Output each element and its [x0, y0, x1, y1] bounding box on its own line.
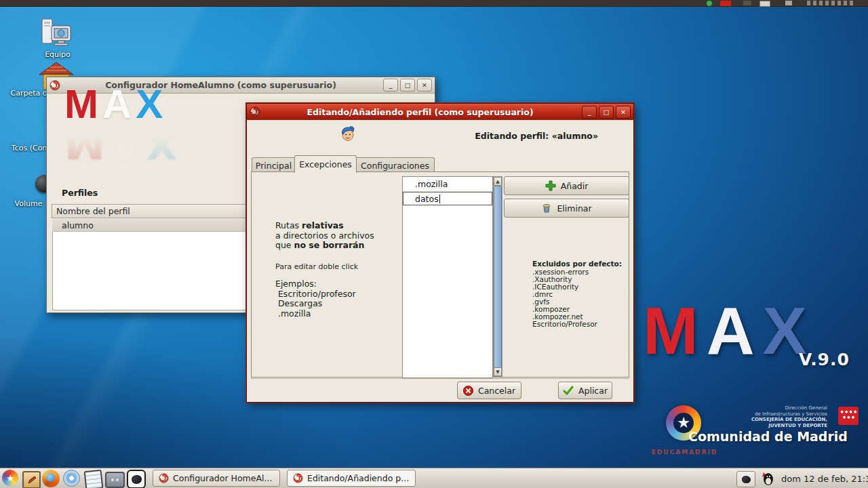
- recording-icon[interactable]: [720, 1, 731, 6]
- plus-icon: [545, 180, 556, 191]
- max-app-icon: [250, 106, 260, 117]
- close-button[interactable]: ✕: [616, 106, 631, 119]
- dialog-titlebar[interactable]: Editando/Añadiendo perfil (como superusu…: [247, 104, 633, 120]
- educamadrid-label: EDUCAMADRID: [646, 449, 724, 455]
- show-desktop-button[interactable]: [736, 471, 755, 487]
- chromium-launcher-icon[interactable]: [63, 470, 81, 487]
- top-panel: [0, 0, 868, 7]
- taskbar: ★ Conf: [0, 468, 868, 488]
- list-scrollbar[interactable]: ▲ ▼: [493, 176, 502, 377]
- maximize-button[interactable]: □: [400, 79, 415, 92]
- tab-configuraciones[interactable]: Configuraciones: [355, 157, 435, 173]
- dialog-header-label: Editando perfil: «alumno»: [475, 131, 598, 141]
- minimize-button[interactable]: _: [383, 79, 398, 92]
- educamadrid-launcher-icon[interactable]: ★: [2, 470, 20, 487]
- apply-button[interactable]: Aplicar: [558, 382, 612, 399]
- comunidad-madrid-label: Comunidad de Madrid: [678, 429, 858, 444]
- task-button-configurador[interactable]: Configurador HomeAl...: [153, 470, 280, 487]
- dialog-title: Editando/Añadiendo perfil (como superusu…: [260, 107, 580, 117]
- tab-principal[interactable]: Principal: [252, 157, 296, 173]
- wallpaper-version-label: V.9.0: [799, 350, 850, 369]
- maximize-button[interactable]: □: [599, 106, 614, 119]
- max-app-icon: [293, 473, 303, 483]
- computer-icon[interactable]: [39, 18, 73, 53]
- exception-edit-cell[interactable]: datos: [403, 192, 492, 205]
- max-app-icon: [159, 473, 169, 483]
- taskbar-clock[interactable]: dom 12 de feb, 21:32: [781, 468, 868, 488]
- delete-button[interactable]: Eliminar: [504, 199, 629, 218]
- paint-launcher-icon[interactable]: [22, 470, 40, 487]
- close-button[interactable]: ✕: [417, 79, 432, 92]
- update-status-icon[interactable]: [707, 1, 712, 6]
- list-item-mozilla[interactable]: .mozilla: [403, 177, 492, 192]
- cancel-button[interactable]: Cancelar: [457, 382, 521, 399]
- edit-hint-text: Para editar doble click: [275, 262, 358, 271]
- media-launcher-icon[interactable]: [105, 470, 123, 487]
- add-button[interactable]: Añadir: [504, 176, 629, 195]
- editar-perfil-dialog: Editando/Añadiendo perfil (como superusu…: [246, 103, 634, 403]
- minimize-button[interactable]: _: [582, 106, 597, 119]
- firefox-launcher-icon[interactable]: [42, 470, 60, 487]
- excepciones-panel: Rutas relativas a directorios o archivos…: [251, 171, 629, 378]
- max-app-icon: [50, 80, 60, 91]
- excluded-defaults-list: Excluidos por defecto: .xsession-errors …: [532, 260, 622, 328]
- clock-indicator: [807, 1, 854, 5]
- profile-face-icon: [340, 125, 355, 144]
- examples-text: Ejemplos: Escritorio/profesor Descargas …: [275, 279, 356, 319]
- indicator-icon[interactable]: [743, 1, 751, 5]
- configurador-max-logo-reflection: M A X: [64, 122, 177, 165]
- scrollbar-thumb[interactable]: [494, 186, 502, 368]
- volume-indicator-icon[interactable]: [785, 1, 792, 5]
- text-caret: [439, 195, 440, 203]
- notes-launcher-icon[interactable]: [84, 470, 102, 487]
- wallpaper-max-logo: M A X: [643, 293, 806, 369]
- rutas-info-text: Rutas relativas a directorios o archivos…: [275, 221, 374, 251]
- configurador-max-logo: M A X: [64, 83, 162, 126]
- desktop-icon: [742, 476, 751, 483]
- desktop-icon-label-equipo[interactable]: Equipo: [33, 50, 82, 59]
- dark-app-launcher-icon[interactable]: [127, 470, 144, 487]
- desktop-root: Equipo Carpeta de Tcos (Contr Volume M A…: [0, 0, 868, 488]
- exceptions-list[interactable]: .mozilla datos: [402, 176, 493, 378]
- trash-icon: [541, 203, 552, 214]
- check-icon: [563, 386, 574, 395]
- mail-indicator-icon[interactable]: [760, 1, 770, 7]
- perfiles-section-label: Perfiles: [62, 188, 98, 198]
- comunidad-madrid-flag-icon: [838, 407, 859, 428]
- scroll-down-icon[interactable]: ▼: [494, 367, 502, 376]
- cam-department-lines: Dirección General de Infraestructuras y …: [682, 405, 827, 428]
- tab-excepciones[interactable]: Excepciones: [294, 155, 357, 173]
- tux-indicator-icon[interactable]: [760, 471, 774, 486]
- cancel-x-icon: [463, 386, 473, 396]
- scroll-up-icon[interactable]: ▲: [494, 177, 502, 186]
- task-button-editando[interactable]: Editando/Añadiendo p...: [287, 470, 416, 487]
- bottom-separator: [251, 378, 629, 379]
